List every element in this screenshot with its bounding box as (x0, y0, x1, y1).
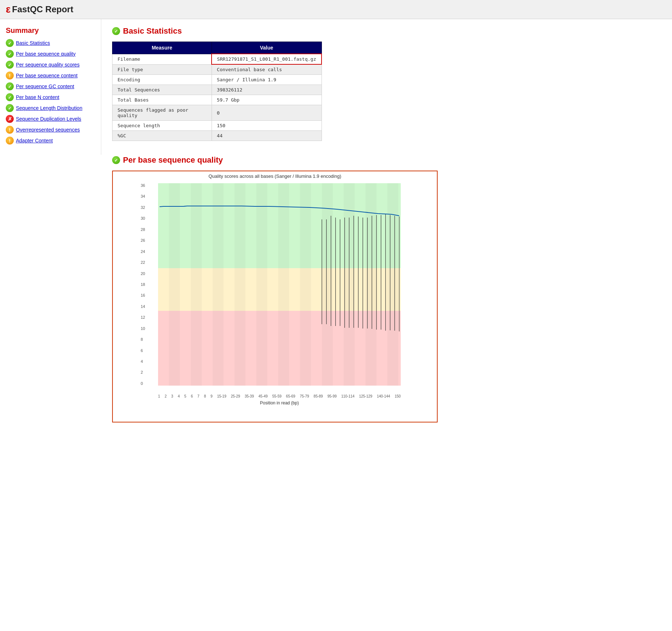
y-label-28: 28 (141, 227, 145, 232)
basic-statistics-table: Measure Value FilenameSRR12791871_S1_L00… (112, 42, 322, 141)
sidebar-item-0: Basic Statistics (6, 39, 95, 47)
sidebar-link-7[interactable]: Sequence Duplication Levels (16, 116, 81, 122)
status-symbol-4 (8, 84, 12, 89)
value-cell-6: 150 (212, 121, 322, 131)
status-icon-5 (6, 93, 14, 101)
status-symbol-9 (9, 138, 10, 143)
status-symbol-5 (8, 95, 12, 100)
table-row: EncodingSanger / Illumina 1.9 (112, 75, 322, 85)
sidebar-link-6[interactable]: Sequence Length Distribution (16, 105, 82, 111)
status-icon-0 (6, 39, 14, 47)
x-axis-labels: 1 2 3 4 5 6 7 8 9 15-19 25-29 35-39 45-4… (158, 394, 401, 398)
quality-chart-container: Quality scores across all bases (Sanger … (112, 171, 438, 422)
status-icon-3 (6, 72, 14, 80)
sidebar-link-0[interactable]: Basic Statistics (16, 40, 50, 46)
table-row: FilenameSRR12791871_S1_L001_R1_001.fastq… (112, 54, 322, 64)
stats-table-body: FilenameSRR12791871_S1_L001_R1_001.fastq… (112, 54, 322, 141)
measure-cell-6: Sequence length (112, 121, 212, 131)
checkmark-icon (114, 29, 118, 34)
layout: Summary Basic StatisticsPer base sequenc… (0, 19, 672, 437)
measure-cell-1: File type (112, 64, 212, 75)
sidebar-link-5[interactable]: Per base N content (16, 94, 59, 100)
quality-svg (158, 183, 401, 386)
y-label-10: 10 (141, 326, 145, 331)
sidebar: Summary Basic StatisticsPer base sequenc… (0, 19, 101, 155)
y-label-32: 32 (141, 205, 145, 210)
value-cell-5: 0 (212, 105, 322, 121)
status-icon-1 (6, 50, 14, 58)
status-symbol-6 (8, 106, 12, 111)
header: ε FastQC Report (0, 0, 672, 19)
sidebar-item-6: Sequence Length Distribution (6, 104, 95, 112)
measure-cell-3: Total Sequences (112, 85, 212, 95)
status-icon-2 (6, 61, 14, 69)
sidebar-link-1[interactable]: Per base sequence quality (16, 51, 76, 57)
status-symbol-7 (8, 116, 12, 122)
sidebar-item-3: Per base sequence content (6, 72, 95, 80)
table-row: File typeConventional base calls (112, 64, 322, 75)
main-content: Basic Statistics Measure Value FilenameS… (101, 19, 672, 437)
sidebar-link-3[interactable]: Per base sequence content (16, 73, 77, 78)
y-label-8: 8 (141, 337, 145, 342)
sidebar-link-4[interactable]: Per sequence GC content (16, 83, 74, 89)
y-label-34: 34 (141, 194, 145, 198)
measure-cell-4: Total Bases (112, 95, 212, 105)
y-label-22: 22 (141, 260, 145, 265)
status-symbol-3 (9, 73, 10, 78)
y-label-0: 0 (141, 381, 145, 386)
sidebar-item-9: Adapter Content (6, 137, 95, 145)
y-label-24: 24 (141, 249, 145, 254)
sidebar-item-4: Per sequence GC content (6, 82, 95, 90)
value-cell-1: Conventional base calls (212, 64, 322, 75)
y-label-16: 16 (141, 293, 145, 297)
sidebar-item-2: Per sequence quality scores (6, 61, 95, 69)
basic-statistics-section-title: Basic Statistics (112, 26, 661, 36)
checkmark-icon-2 (114, 158, 118, 163)
status-symbol-2 (8, 62, 12, 68)
status-icon-7 (6, 115, 14, 123)
sidebar-item-1: Per base sequence quality (6, 50, 95, 58)
measure-cell-0: Filename (112, 54, 212, 64)
y-label-20: 20 (141, 271, 145, 276)
sidebar-item-7: Sequence Duplication Levels (6, 115, 95, 123)
y-axis-labels: 36 34 32 30 28 26 24 22 20 18 16 14 12 1… (141, 183, 145, 386)
sidebar-item-5: Per base N content (6, 93, 95, 101)
svg-rect-2 (158, 183, 401, 386)
basic-stats-status-icon (112, 27, 120, 35)
table-row: Total Sequences398326112 (112, 85, 322, 95)
y-label-18: 18 (141, 282, 145, 287)
per-base-quality-title: Per base sequence quality (123, 155, 223, 165)
measure-cell-7: %GC (112, 131, 212, 141)
y-label-26: 26 (141, 238, 145, 242)
status-icon-6 (6, 104, 14, 112)
sidebar-heading: Summary (6, 26, 95, 35)
logo-icon: ε (6, 4, 10, 15)
sidebar-link-8[interactable]: Overrepresented sequences (16, 127, 80, 133)
measure-cell-2: Encoding (112, 75, 212, 85)
app-title: FastQC Report (12, 4, 73, 14)
sidebar-link-2[interactable]: Per sequence quality scores (16, 62, 80, 68)
y-label-14: 14 (141, 304, 145, 309)
value-cell-3: 398326112 (212, 85, 322, 95)
status-icon-9 (6, 137, 14, 145)
value-cell-7: 44 (212, 131, 322, 141)
basic-statistics-title: Basic Statistics (123, 26, 182, 36)
status-symbol-0 (8, 40, 12, 46)
chart-title: Quality scores across all bases (Sanger … (113, 171, 437, 180)
per-base-quality-section-title: Per base sequence quality (112, 155, 661, 165)
col-value: Value (212, 42, 322, 54)
status-symbol-8 (9, 127, 10, 133)
x-axis-label: Position in read (bp) (260, 400, 299, 405)
sidebar-items: Basic StatisticsPer base sequence qualit… (6, 39, 95, 145)
per-base-quality-status-icon (112, 156, 120, 164)
table-row: %GC44 (112, 131, 322, 141)
y-label-6: 6 (141, 348, 145, 353)
status-icon-8 (6, 126, 14, 134)
y-label-12: 12 (141, 315, 145, 319)
value-cell-4: 59.7 Gbp (212, 95, 322, 105)
y-label-4: 4 (141, 359, 145, 364)
y-label-2: 2 (141, 370, 145, 374)
sidebar-link-9[interactable]: Adapter Content (16, 138, 53, 143)
measure-cell-5: Sequences flagged as poor quality (112, 105, 212, 121)
sidebar-item-8: Overrepresented sequences (6, 126, 95, 134)
